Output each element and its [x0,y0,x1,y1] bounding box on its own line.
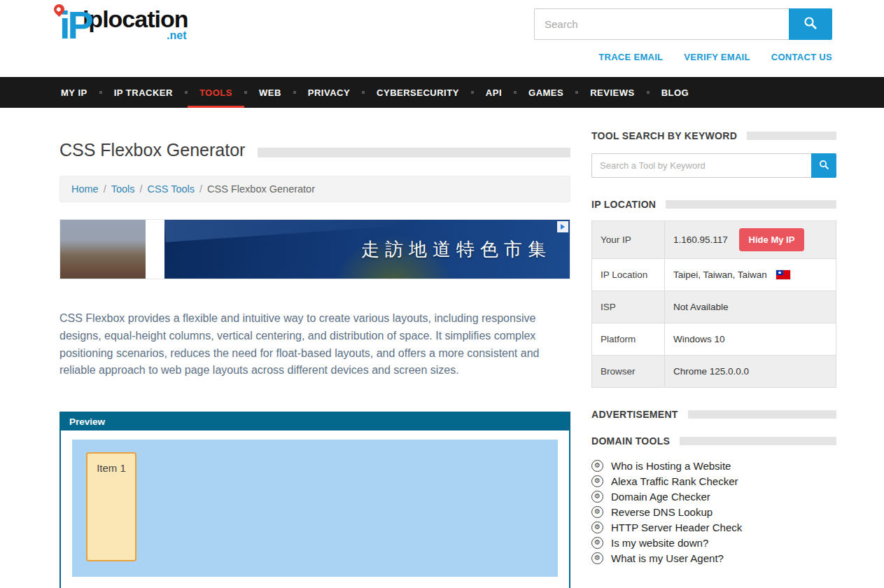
ip-location-heading: IP LOCATION [591,199,836,210]
domain-tool-label: Reverse DNS Lookup [611,506,713,518]
title-decoration-bar [258,148,570,158]
nav-my-ip[interactable]: MY IP [49,77,99,108]
site-logo[interactable]: iP iplocation .net [59,7,188,42]
gear-icon: ⚙ [591,537,603,549]
table-row: Platform Windows 10 [592,323,836,356]
domain-tool-label: Domain Age Checker [611,491,710,503]
nav-cybersecurity[interactable]: CYBERSECURITY [365,77,471,108]
domain-tools-heading: DOMAIN TOOLS [591,435,836,447]
tool-search-input[interactable] [591,153,811,178]
ip-row-label: Platform [592,323,665,356]
heading-decoration-bar [688,410,836,419]
domain-tool-domain-age[interactable]: ⚙ Domain Age Checker [591,489,836,504]
nav-tools[interactable]: TOOLS [188,77,244,108]
advertisement-heading: ADVERTISEMENT [591,409,836,420]
taiwan-flag-icon [776,270,790,279]
domain-tool-user-agent[interactable]: ⚙ What is my User Agent? [591,550,836,566]
tool-search-heading: TOOL SEARCH BY KEYWORD [591,130,836,141]
breadcrumb-home[interactable]: Home [71,183,99,195]
search-icon [804,16,818,32]
ad-photo-image [60,220,146,279]
domain-tool-label: HTTP Server Header Check [611,522,742,533]
search-icon [819,160,829,172]
nav-ip-tracker[interactable]: IP TRACKER [102,77,185,108]
gear-icon: ⚙ [591,491,603,503]
table-row: Browser Chrome 125.0.0.0 [592,356,836,388]
ip-row-label: IP Location [592,259,665,291]
ip-location-value: Taipei, Taiwan, Taiwan [673,270,767,280]
heading-decoration-bar [680,437,836,445]
heading-decoration-bar [666,200,836,209]
gear-icon: ⚙ [591,522,603,533]
breadcrumb-separator: / [104,183,106,195]
gear-icon: ⚙ [591,552,603,564]
nav-blog[interactable]: BLOG [650,77,701,108]
ad-creative: 走訪地道特色市集 [164,220,570,279]
flex-preview-container: Item 1 [72,440,558,577]
domain-tool-label: Alexa Traffic Rank Checker [611,475,738,487]
gear-icon: ⚙ [591,506,603,518]
site-header: iP iplocation .net TRACE EMAIL VERIFY EM… [0,0,884,77]
ad-text: 走訪地道特色市集 [361,237,570,262]
heading-decoration-bar [747,132,836,140]
domain-tools-list: ⚙ Who is Hosting a Website ⚙ Alexa Traff… [591,458,836,566]
domain-tool-alexa-rank[interactable]: ⚙ Alexa Traffic Rank Checker [591,473,836,489]
ip-row-value-cell: Taipei, Taiwan, Taiwan [665,259,836,291]
trace-email-link[interactable]: TRACE EMAIL [598,52,663,62]
isp-value: Not Available [665,291,836,323]
page-title: CSS Flexbox Generator [59,140,245,160]
flex-preview-item-1: Item 1 [86,452,136,561]
tool-description: CSS Flexbox provides a flexible and intu… [59,310,570,379]
breadcrumb-separator: / [199,183,202,195]
domain-tool-label: Is my website down? [611,537,708,549]
nav-reviews[interactable]: REVIEWS [578,77,646,108]
logo-ip-mark: iP [59,8,91,42]
adchoices-icon[interactable] [557,221,568,232]
platform-value: Windows 10 [665,323,836,356]
domain-tool-reverse-dns[interactable]: ⚙ Reverse DNS Lookup [591,504,836,519]
ad-banner[interactable]: 走訪地道特色市集 [59,219,570,279]
ip-row-value-cell: 1.160.95.117 Hide My IP [665,221,836,259]
site-search-input[interactable] [534,8,789,40]
breadcrumb-tools[interactable]: Tools [111,183,135,195]
ip-row-label: ISP [592,291,665,323]
your-ip-value: 1.160.95.117 [673,234,728,245]
nav-web[interactable]: WEB [247,77,293,108]
site-search [534,8,832,40]
domain-tools-heading-label: DOMAIN TOOLS [591,435,670,447]
logo-tld: .net [83,29,188,42]
domain-tool-label: Who is Hosting a Website [611,460,731,472]
tool-search [591,153,836,178]
nav-games[interactable]: GAMES [517,77,575,108]
ip-info-table: Your IP 1.160.95.117 Hide My IP IP Locat… [591,220,836,388]
nav-api[interactable]: API [474,77,514,108]
table-row: IP Location Taipei, Taiwan, Taiwan [592,259,836,291]
domain-tool-who-is-hosting[interactable]: ⚙ Who is Hosting a Website [591,458,836,473]
table-row: Your IP 1.160.95.117 Hide My IP [592,221,836,259]
ip-row-label: Your IP [592,221,665,259]
gear-icon: ⚙ [591,460,603,472]
contact-us-link[interactable]: CONTACT US [771,52,832,62]
domain-tool-label: What is my User Agent? [611,552,724,564]
preview-panel: Preview Item 1 [59,412,570,588]
domain-tool-website-down[interactable]: ⚙ Is my website down? [591,535,836,550]
tool-search-heading-label: TOOL SEARCH BY KEYWORD [591,130,737,141]
breadcrumb-css-tools[interactable]: CSS Tools [148,183,195,195]
verify-email-link[interactable]: VERIFY EMAIL [684,52,750,62]
breadcrumb: Home/Tools/CSS Tools/CSS Flexbox Generat… [59,176,570,202]
advertisement-heading-label: ADVERTISEMENT [591,409,678,420]
preview-body: Item 1 [61,430,569,588]
site-search-button[interactable] [789,8,832,40]
main-nav: MY IP IP TRACKER TOOLS WEB PRIVACY CYBER… [0,77,884,108]
tool-search-button[interactable] [811,153,836,178]
nav-privacy[interactable]: PRIVACY [296,77,362,108]
hide-my-ip-button[interactable]: Hide My IP [739,228,805,251]
sidebar: TOOL SEARCH BY KEYWORD IP LOCATION Your … [591,108,836,588]
table-row: ISP Not Available [592,291,836,323]
breadcrumb-current: CSS Flexbox Generator [207,183,315,195]
logo-wordmark: iplocation [83,7,188,31]
ip-location-heading-label: IP LOCATION [591,199,656,210]
ip-row-label: Browser [592,356,665,388]
breadcrumb-separator: / [140,183,143,195]
domain-tool-http-header[interactable]: ⚙ HTTP Server Header Check [591,519,836,535]
